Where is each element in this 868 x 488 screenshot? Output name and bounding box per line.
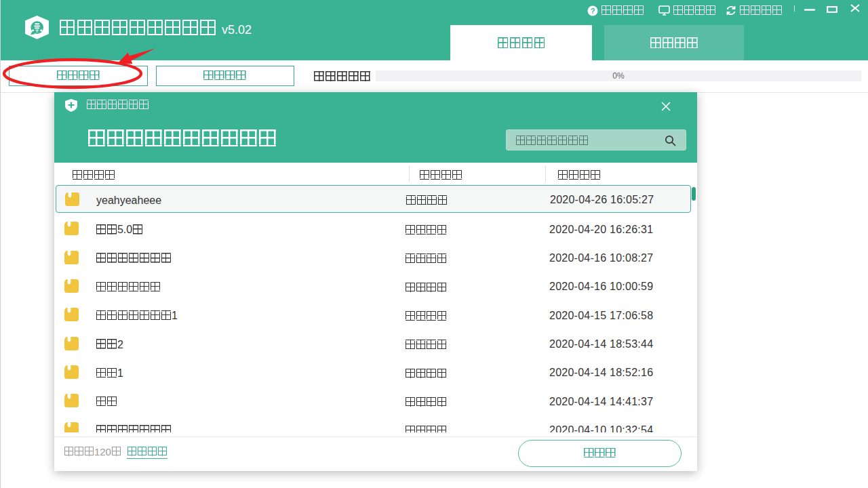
svg-text:?: ? (590, 7, 595, 15)
